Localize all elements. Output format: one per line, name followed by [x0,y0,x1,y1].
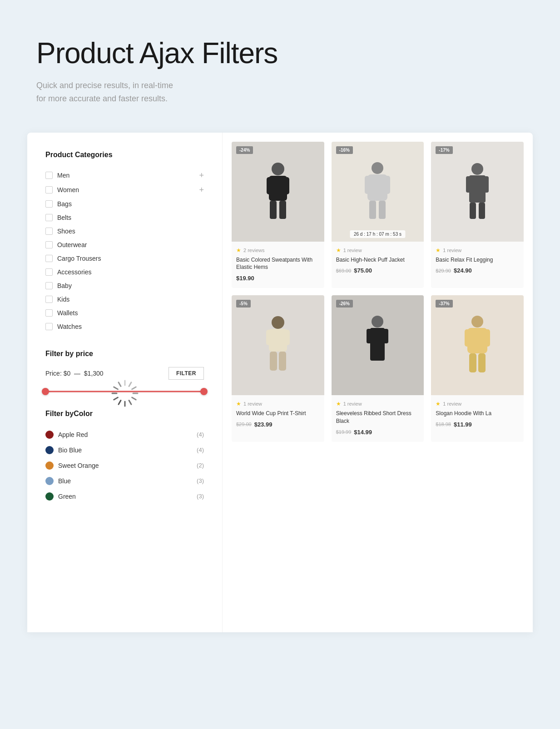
category-checkbox-shoes[interactable] [45,228,53,235]
category-checkbox-baby[interactable] [45,282,53,289]
color-dot-sweet-orange[interactable] [45,461,54,470]
star-icon: ★ [336,401,341,407]
product-name: Slogan Hoodie With La [436,410,519,417]
svg-rect-20 [365,176,373,194]
expand-women-button[interactable]: + [199,186,204,194]
category-checkbox-cargo-trousers[interactable] [45,255,53,262]
category-checkbox-kids[interactable] [45,296,53,303]
product-badge: -37% [436,300,452,307]
svg-rect-35 [279,352,286,371]
svg-rect-23 [379,201,386,219]
svg-rect-26 [466,176,473,193]
svg-point-24 [471,163,483,175]
product-info: ★ 1 review Basic High-Neck Puff Jacket $… [332,242,424,281]
page-title: Product Ajax Filters [36,36,524,70]
svg-line-5 [129,400,131,404]
category-checkbox-watches[interactable] [45,323,53,330]
expand-men-button[interactable]: + [199,171,204,179]
hero-subtitle: Quick and precise results, in real-time … [36,79,524,105]
product-info: ★ 2 reviews Basic Colored Sweatpants Wit… [232,242,324,288]
svg-rect-21 [382,176,390,194]
price-new: $23.99 [254,421,273,428]
filter-price-title: Filter by price [45,350,204,358]
list-item: Green (3) [45,489,204,504]
review-count: 2 reviews [243,248,264,253]
review-count: 1 review [243,401,262,407]
svg-rect-16 [270,201,277,219]
svg-line-4 [132,397,136,400]
svg-rect-27 [481,176,489,193]
svg-line-7 [119,400,121,404]
list-item: Kids [45,293,204,306]
product-image: -16% 26 d : 17 h : 07 m : 53 s [332,142,424,242]
product-image: -24% [232,142,324,242]
product-image: -37% [431,295,524,395]
category-checkbox-belts[interactable] [45,214,53,221]
price-old: $19.99 [336,429,352,435]
product-rating: ★ 1 review [236,401,320,407]
price-new: $24.90 [454,267,472,274]
product-image: -5% [232,295,324,395]
color-dot-bio-blue[interactable] [45,446,54,454]
slider-thumb-right[interactable] [200,388,208,395]
product-image: -26% [332,295,424,395]
product-card[interactable]: -24% ★ 2 reviews Basic [232,142,324,288]
star-icon: ★ [336,247,341,253]
svg-rect-45 [478,353,486,372]
category-checkbox-women[interactable] [45,186,53,193]
category-label-kids: Kids [57,296,69,303]
product-price: $69.00 $75.00 [336,267,420,274]
category-label-belts: Belts [57,214,71,221]
color-dot-green[interactable] [45,492,54,501]
category-checkbox-outerwear[interactable] [45,241,53,248]
category-list: Men + Women + Bags [45,168,204,333]
category-label-women: Women [57,186,79,193]
list-item: Men + [45,168,204,183]
slider-thumb-left[interactable] [42,388,49,395]
category-checkbox-accessories[interactable] [45,268,53,276]
color-label-blue: Blue [58,477,71,485]
star-icon: ★ [436,247,441,253]
category-label-men: Men [57,172,69,179]
product-card[interactable]: -37% ★ 1 review Slogan [431,295,524,442]
category-label-watches: Watches [57,323,82,330]
review-count: 1 review [443,401,461,407]
price-new: $75.00 [354,267,372,274]
list-item: Bags [45,197,204,211]
list-item: Apple Red (4) [45,427,204,442]
color-dot-blue[interactable] [45,477,54,485]
color-dot-apple-red[interactable] [45,431,54,439]
product-rating: ★ 2 reviews [236,247,320,253]
category-checkbox-bags[interactable] [45,200,53,208]
price-filter-button[interactable]: FILTER [168,367,204,380]
category-checkbox-wallets[interactable] [45,309,53,317]
color-count-sweet-orange: (2) [197,462,204,469]
svg-point-12 [272,163,284,175]
price-old: $69.00 [336,268,352,273]
product-card[interactable]: -17% ★ 1 review Basic [431,142,524,288]
review-count: 1 review [443,248,461,253]
product-card[interactable]: -5% ★ 1 review World W [232,295,324,442]
svg-rect-14 [267,177,275,194]
list-item: Cargo Trousers [45,252,204,265]
main-content: Product Categories Men + Women + [27,133,533,632]
product-price: $18.98 $11.99 [436,421,519,428]
product-badge: -17% [436,146,452,154]
svg-rect-17 [279,201,286,219]
category-label-accessories: Accessories [57,268,91,276]
svg-rect-43 [482,329,490,347]
category-checkbox-men[interactable] [45,172,53,179]
product-rating: ★ 1 review [436,401,519,407]
price-old: $18.98 [436,422,451,427]
list-item: Shoes [45,224,204,238]
sidebar: Product Categories Men + Women + [27,133,223,632]
list-item: Watches [45,320,204,333]
review-count: 1 review [343,401,362,407]
product-price: $19.99 $14.99 [336,429,420,436]
list-item: Bio Blue (4) [45,442,204,458]
product-rating: ★ 1 review [336,401,420,407]
product-card[interactable]: -16% 26 d : 17 h : 07 m : 53 s ★ [332,142,424,288]
product-card[interactable]: -26% ★ 1 review Sleeveless Ribbed Short … [332,295,424,442]
product-badge: -5% [236,300,251,307]
color-label-bio-blue: Bio Blue [58,446,82,454]
